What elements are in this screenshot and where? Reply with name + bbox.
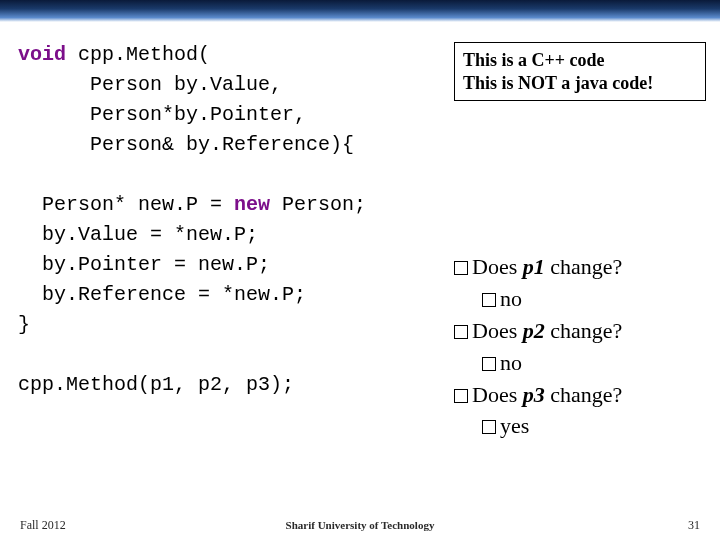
right-column: This is a C++ code This is NOT a java co…: [450, 30, 720, 512]
bullet-icon: [454, 325, 468, 339]
footer-left: Fall 2012: [20, 518, 66, 533]
code-text: cpp.Method(: [66, 43, 210, 66]
bullet-icon: [454, 261, 468, 275]
slide-content: void cpp.Method( Person by.Value, Person…: [0, 30, 720, 512]
code-text: Person*by.Pointer,: [18, 103, 306, 126]
keyword-new: new: [234, 193, 270, 216]
code-text: Person;: [270, 193, 366, 216]
code-text: Person* new.P =: [18, 193, 234, 216]
code-text: by.Value = *new.P;: [18, 223, 258, 246]
bullet-icon: [454, 389, 468, 403]
bullet-icon: [482, 420, 496, 434]
answer: yes: [482, 410, 706, 442]
answer: no: [482, 283, 706, 315]
note-line: This is NOT a java code!: [463, 72, 697, 95]
bullet-icon: [482, 293, 496, 307]
question: Does p1 change?: [454, 251, 706, 283]
answer: no: [482, 347, 706, 379]
qa-list: Does p1 change? no Does p2 change? no Do…: [454, 251, 706, 442]
footer-page-number: 31: [688, 518, 700, 533]
header-gradient: [0, 0, 720, 22]
bullet-icon: [482, 357, 496, 371]
code-text: by.Pointer = new.P;: [18, 253, 270, 276]
code-text: Person& by.Reference){: [18, 133, 354, 156]
keyword-void: void: [18, 43, 66, 66]
note-line: This is a C++ code: [463, 49, 697, 72]
code-text: Person by.Value,: [18, 73, 282, 96]
question: Does p2 change?: [454, 315, 706, 347]
code-text: }: [18, 313, 30, 336]
code-text: cpp.Method(p1, p2, p3);: [18, 373, 294, 396]
footer: Fall 2012 Sharif University of Technolog…: [0, 514, 720, 540]
code-block: void cpp.Method( Person by.Value, Person…: [0, 30, 450, 512]
footer-center: Sharif University of Technology: [286, 519, 435, 531]
question: Does p3 change?: [454, 379, 706, 411]
code-text: by.Reference = *new.P;: [18, 283, 306, 306]
callout-box: This is a C++ code This is NOT a java co…: [454, 42, 706, 101]
